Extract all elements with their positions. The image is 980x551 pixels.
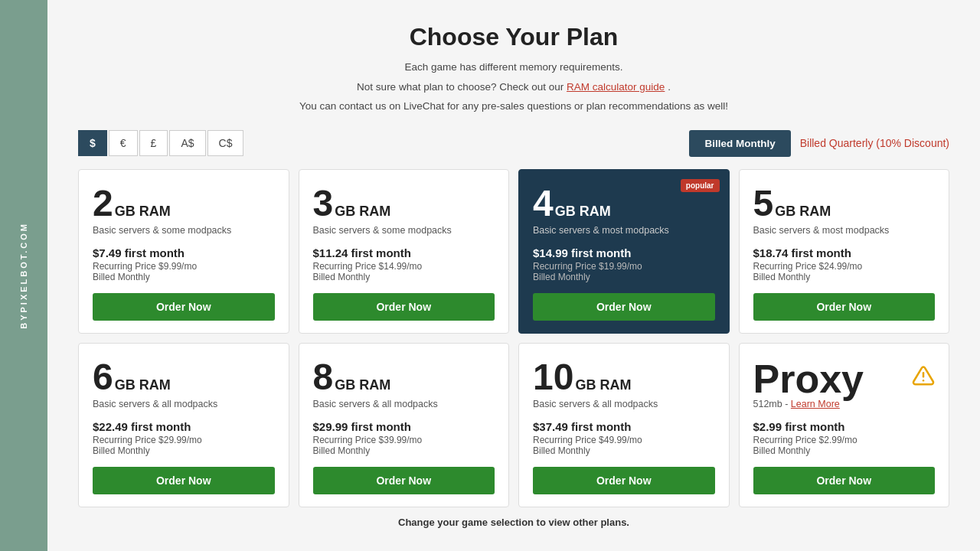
proxy-recurring: Recurring Price $2.99/mo: [753, 435, 936, 445]
plan-6gb-recurring: Recurring Price $29.99/mo: [93, 435, 275, 445]
plan-4gb-order-btn[interactable]: Order Now: [533, 293, 715, 321]
plan-5gb-desc: Basic servers & most modpacks: [753, 225, 936, 236]
plan-2gb-order-btn[interactable]: Order Now: [93, 293, 275, 321]
currency-cad[interactable]: C$: [207, 130, 244, 156]
plan-5gb-recurring: Recurring Price $24.99/mo: [753, 261, 936, 272]
plan-10gb-number: 10: [533, 359, 573, 396]
plan-3gb-label: GB RAM: [335, 204, 390, 220]
subtitle-3: You can contact us on LiveChat for any p…: [78, 98, 949, 115]
plan-2gb-label: GB RAM: [115, 204, 171, 220]
plan-3gb-billed: Billed Monthly: [313, 272, 495, 282]
plan-5gb-first-month: $18.74 first month: [753, 246, 936, 259]
page-title: Choose Your Plan: [78, 23, 949, 51]
plan-8gb-number: 8: [313, 359, 334, 396]
plan-6gb: 6 GB RAM Basic servers & all modpacks $2…: [78, 343, 289, 507]
plan-4gb-label: GB RAM: [555, 204, 611, 220]
plan-8gb-billed: Billed Monthly: [313, 445, 495, 456]
currency-switcher: $ € £ A$ C$: [78, 130, 243, 156]
plan-10gb-order-btn[interactable]: Order Now: [533, 467, 715, 494]
plans-row-1: 2 GB RAM Basic servers & some modpacks $…: [78, 169, 949, 334]
subtitle-2-text: Not sure what plan to choose? Check out …: [357, 81, 564, 93]
plan-2gb-billed: Billed Monthly: [93, 272, 275, 282]
plan-2gb-number: 2: [93, 185, 113, 222]
plan-2gb-desc: Basic servers & some modpacks: [93, 225, 275, 236]
plan-6gb-number: 6: [93, 359, 113, 396]
sidebar: BYPIXELBOT.COM: [0, 0, 47, 551]
plan-3gb-recurring: Recurring Price $14.99/mo: [313, 261, 495, 272]
billing-quarterly-button[interactable]: Billed Quarterly (10% Discount): [800, 137, 949, 149]
plan-4gb-desc: Basic servers & most modpacks: [533, 225, 715, 236]
plan-2gb: 2 GB RAM Basic servers & some modpacks $…: [78, 169, 289, 334]
plan-8gb-order-btn[interactable]: Order Now: [313, 467, 495, 494]
plan-3gb-desc: Basic servers & some modpacks: [313, 225, 495, 236]
proxy-subtitle-prefix: 512mb -: [753, 399, 791, 409]
proxy-first-month: $2.99 first month: [753, 420, 936, 433]
plan-6gb-desc: Basic servers & all modpacks: [93, 399, 275, 409]
subtitle-2-end: .: [668, 81, 671, 93]
sidebar-label: BYPIXELBOT.COM: [19, 222, 28, 329]
plan-4gb-number: 4: [533, 185, 554, 222]
warning-icon: [912, 364, 935, 393]
plan-4gb-first-month: $14.99 first month: [533, 246, 715, 259]
subtitle-1: Each game has different memory requireme…: [78, 59, 949, 76]
billing-toggle: Billed Monthly Billed Quarterly (10% Dis…: [689, 130, 949, 157]
proxy-title-row: Proxy: [753, 359, 936, 399]
ram-calculator-link[interactable]: RAM calculator guide: [567, 81, 665, 93]
plan-8gb-desc: Basic servers & all modpacks: [313, 399, 495, 409]
proxy-title: Proxy: [753, 359, 864, 399]
plan-3gb-ram: 3 GB RAM: [313, 185, 495, 222]
currency-usd[interactable]: $: [78, 130, 107, 156]
plan-5gb-billed: Billed Monthly: [753, 272, 936, 282]
plan-8gb-label: GB RAM: [335, 377, 390, 393]
plan-5gb-number: 5: [753, 185, 774, 222]
plan-6gb-first-month: $22.49 first month: [93, 420, 275, 433]
billing-controls: $ € £ A$ C$ Billed Monthly Billed Quarte…: [78, 130, 949, 157]
plan-3gb: 3 GB RAM Basic servers & some modpacks $…: [299, 169, 510, 334]
plans-row-2: 6 GB RAM Basic servers & all modpacks $2…: [78, 343, 949, 507]
currency-gbp[interactable]: £: [139, 130, 168, 156]
plan-6gb-label: GB RAM: [115, 377, 171, 393]
plan-4gb-recurring: Recurring Price $19.99/mo: [533, 261, 715, 272]
plan-proxy: Proxy 512mb - Learn More $2.99 first mon…: [739, 343, 950, 507]
plan-2gb-recurring: Recurring Price $9.99/mo: [93, 261, 275, 272]
subtitle-2: Not sure what plan to choose? Check out …: [78, 79, 949, 96]
plan-5gb-label: GB RAM: [775, 204, 831, 220]
proxy-order-btn[interactable]: Order Now: [753, 467, 936, 494]
plan-10gb: 10 GB RAM Basic servers & all modpacks $…: [518, 343, 730, 507]
billing-monthly-button[interactable]: Billed Monthly: [689, 130, 790, 157]
plan-6gb-billed: Billed Monthly: [93, 445, 275, 456]
plan-3gb-number: 3: [313, 185, 334, 222]
plan-8gb-recurring: Recurring Price $39.99/mo: [313, 435, 495, 445]
plan-2gb-ram: 2 GB RAM: [93, 185, 275, 222]
proxy-learn-more-link[interactable]: Learn More: [791, 399, 840, 409]
main-content: Choose Your Plan Each game has different…: [47, 0, 980, 551]
plan-6gb-order-btn[interactable]: Order Now: [93, 467, 275, 494]
plan-10gb-first-month: $37.49 first month: [533, 420, 715, 433]
currency-aud[interactable]: A$: [169, 130, 205, 156]
plan-8gb: 8 GB RAM Basic servers & all modpacks $2…: [299, 343, 510, 507]
plan-4gb: popular 4 GB RAM Basic servers & most mo…: [518, 169, 730, 334]
popular-badge: popular: [681, 179, 720, 192]
plan-10gb-label: GB RAM: [575, 377, 631, 393]
plan-10gb-recurring: Recurring Price $49.99/mo: [533, 435, 715, 445]
plan-4gb-billed: Billed Monthly: [533, 272, 715, 282]
plan-3gb-first-month: $11.24 first month: [313, 246, 495, 259]
plan-2gb-first-month: $7.49 first month: [93, 246, 275, 259]
currency-eur[interactable]: €: [109, 130, 138, 156]
plan-10gb-desc: Basic servers & all modpacks: [533, 399, 715, 409]
footer-note: Change your game selection to view other…: [78, 517, 949, 528]
plan-5gb: 5 GB RAM Basic servers & most modpacks $…: [739, 169, 950, 334]
plan-6gb-ram: 6 GB RAM: [93, 359, 275, 396]
plan-5gb-order-btn[interactable]: Order Now: [753, 293, 936, 321]
plan-5gb-ram: 5 GB RAM: [753, 185, 936, 222]
proxy-billed: Billed Monthly: [753, 445, 936, 456]
plan-10gb-ram: 10 GB RAM: [533, 359, 715, 396]
plan-10gb-billed: Billed Monthly: [533, 445, 715, 456]
plan-8gb-first-month: $29.99 first month: [313, 420, 495, 433]
plan-8gb-ram: 8 GB RAM: [313, 359, 495, 396]
plan-3gb-order-btn[interactable]: Order Now: [313, 293, 495, 321]
